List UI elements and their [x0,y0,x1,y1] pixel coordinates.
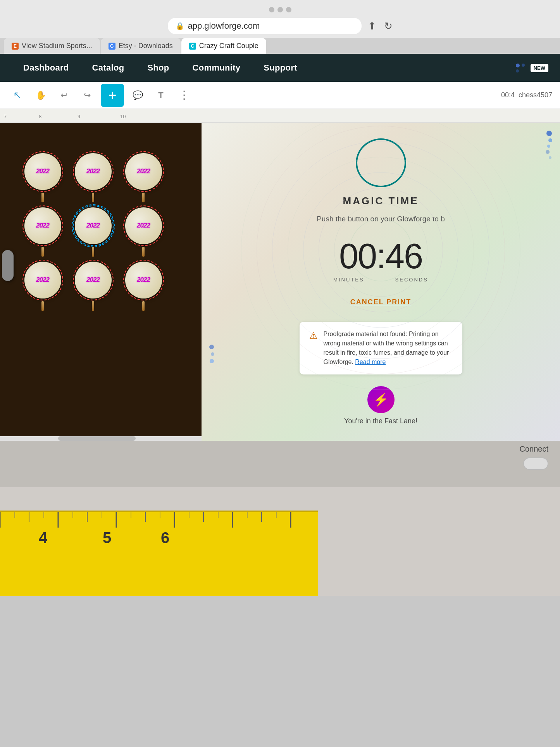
tee-2-1 [92,301,94,311]
ruler-mark-10: 10 [120,114,126,119]
lightning-icon: ⚡ [373,392,389,407]
ball-2-2[interactable]: 2022 [120,255,167,305]
warning-text: Proofgrade material not found: Printing … [324,330,453,367]
ruler-mark-7: 7 [4,114,7,119]
connect-toggle[interactable] [523,457,548,470]
timer-separator: : [376,237,385,276]
app-nav: Dashboard Catalog Shop Community Support… [0,54,560,82]
fast-lane-icon: ⚡ [367,386,395,413]
nav-dashboard[interactable]: Dashboard [12,54,81,82]
plus-icon: + [108,87,116,104]
undo-icon: ↩ [60,90,67,100]
tape-measure-area: 4 5 6 [0,487,560,596]
redo-icon: ↪ [84,90,91,100]
minutes-label: MINUTES [333,277,364,283]
desk-divider: Connect [0,441,560,487]
tab-etsy-label: Etsy - Downloads [119,42,173,50]
more-icon: ⋮ [179,89,190,102]
ball-1-0[interactable]: 2022 [19,200,66,251]
tee-0-1 [92,193,94,202]
tab-crazy-label: Crazy Craft Couple [199,42,258,50]
ball-1-2[interactable]: 2022 [120,200,167,251]
ball-text-0-1: 2022 [86,167,100,175]
hand-icon: ✋ [36,90,46,100]
scroll-thumb[interactable] [58,436,136,441]
cursor-tool[interactable]: ↖ [8,86,27,105]
timer-minutes: 00 [339,237,376,276]
address-text: app.glowforge.com [188,21,260,31]
toolbar: ↖ ✋ ↩ ↪ + 💬 T ⋮ 00:4 chess4507 [0,82,560,109]
tee-0-2 [142,193,145,202]
fast-lane-text: You're in the Fast Lane! [344,417,417,425]
tee-2-0 [41,301,44,311]
ball-0-2[interactable]: 2022 [120,146,167,197]
undo-button[interactable]: ↩ [54,86,74,105]
ball-0-0[interactable]: 2022 [19,146,66,197]
seconds-label: SECONDS [395,277,428,283]
magic-time-label: MAGIC TIME [343,195,419,207]
nav-support[interactable]: Support [252,54,308,82]
address-bar-row: 🔒 app.glowforge.com ⬆ ↻ [0,16,560,38]
dot-1 [269,7,274,12]
tee-1-0 [41,247,44,257]
text-icon: T [158,90,163,100]
connect-text: Connect [520,445,549,454]
ball-text-1-2: 2022 [137,222,150,229]
browser-dots [0,0,560,16]
lock-icon: 🔒 [176,22,184,30]
address-bar[interactable]: 🔒 app.glowforge.com [168,18,362,34]
tab-favicon-etsy: G [109,43,115,50]
ball-text-2-1: 2022 [86,276,100,284]
ruler-mark-9: 9 [78,114,80,119]
ball-2-1[interactable]: 2022 [70,255,116,305]
ball-text-2-0: 2022 [36,276,49,284]
nav-shop[interactable]: Shop [136,54,181,82]
pan-tool[interactable]: ✋ [31,86,50,105]
cancel-print-button[interactable]: CANCEL PRINT [350,298,412,306]
timer-seconds: 46 [385,237,422,276]
tab-stadium[interactable]: E View Stadium Sports... [4,38,100,54]
nav-community[interactable]: Community [181,54,252,82]
svg-text:6: 6 [161,529,169,546]
right-panel: MAGIC TIME Push the button on your Glowf… [202,123,560,441]
tee-1-1 [92,247,94,257]
toolbar-right: 00:4 chess4507 [501,91,552,99]
tee-0-0 [41,193,44,202]
share-icon[interactable]: ⬆ [368,20,376,32]
ball-2-0[interactable]: 2022 [19,255,66,305]
warning-icon: ⚠ [309,330,318,341]
connect-area: Connect [520,445,549,470]
speech-icon: 💬 [133,90,143,100]
refresh-icon[interactable]: ↻ [384,20,393,32]
more-options-button[interactable]: ⋮ [174,86,194,105]
tee-2-2 [142,301,145,311]
nav-catalog[interactable]: Catalog [81,54,136,82]
comment-tool[interactable]: 💬 [128,86,147,105]
nav-decoration [516,64,525,72]
text-tool[interactable]: T [151,86,171,105]
tab-etsy[interactable]: G Etsy - Downloads [101,38,181,54]
blue-dots-panel [546,131,552,159]
door-handle [2,250,14,281]
svg-text:5: 5 [103,529,111,546]
main-area: 2022 2022 2022 [0,123,560,441]
horizontal-scrollbar[interactable] [0,436,202,441]
svg-text:4: 4 [39,529,48,546]
ball-text-1-1: 2022 [86,222,100,229]
canvas-area[interactable]: 2022 2022 2022 [0,123,202,441]
ball-text-0-0: 2022 [36,167,49,175]
redo-button[interactable]: ↪ [78,86,97,105]
tab-favicon-crazy: C [189,43,196,50]
time-display: 00:4 [501,91,515,99]
cursor-icon: ↖ [13,89,22,101]
ball-0-1[interactable]: 2022 [70,146,116,197]
tab-crazy[interactable]: C Crazy Craft Couple [181,38,266,54]
add-artwork-button[interactable]: + [101,84,124,107]
ruler-mark-8: 8 [39,114,41,119]
tabs-bar: E View Stadium Sports... G Etsy - Downlo… [0,38,560,54]
warning-box: ⚠ Proofgrade material not found: Printin… [300,322,462,374]
user-id: chess4507 [519,91,552,99]
ball-text-1-0: 2022 [36,222,49,229]
read-more-link[interactable]: Read more [355,359,386,365]
ball-1-1[interactable]: 2022 [70,200,116,251]
